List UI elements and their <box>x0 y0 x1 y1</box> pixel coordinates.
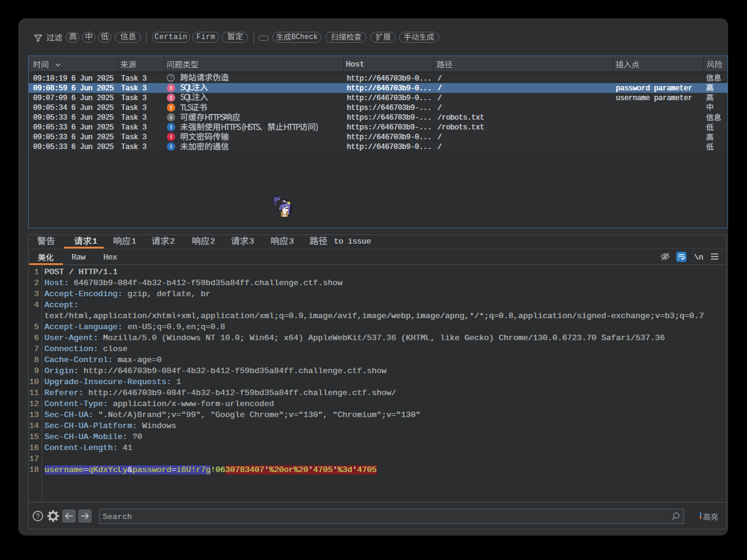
svg-text:!: ! <box>170 84 172 91</box>
svg-text:i: i <box>170 114 172 120</box>
svg-text:!: ! <box>170 144 172 150</box>
svg-text:?: ? <box>36 512 40 520</box>
svg-text:!: ! <box>170 104 172 111</box>
svg-text:!: ! <box>170 123 172 130</box>
svg-text:!: ! <box>170 133 172 140</box>
svg-text:?: ? <box>169 75 172 81</box>
svg-text:!: ! <box>170 94 172 101</box>
